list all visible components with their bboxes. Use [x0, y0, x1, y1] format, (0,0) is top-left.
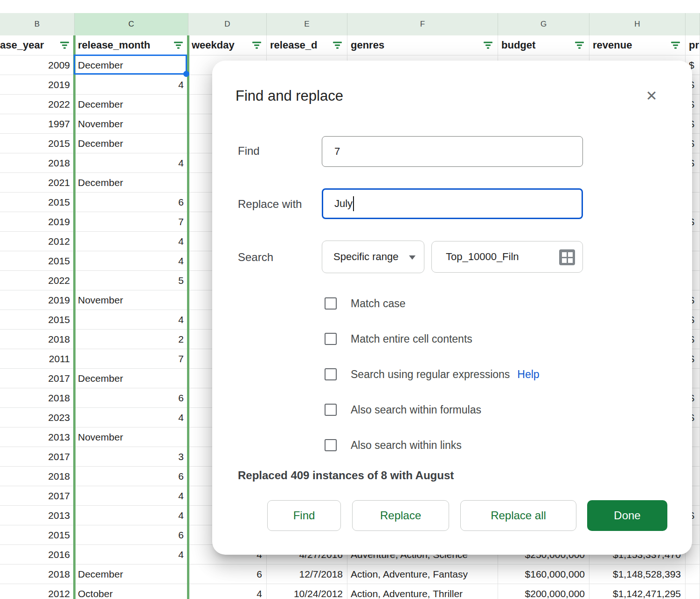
filter-icon[interactable] — [173, 42, 183, 49]
column-letter-G[interactable]: G — [498, 13, 589, 35]
cell-year[interactable]: 2015 — [0, 251, 75, 271]
cell-weekday[interactable]: 4 — [188, 584, 267, 599]
cell-year[interactable]: 2017 — [0, 486, 75, 506]
cell-year[interactable]: 2018 — [0, 565, 75, 584]
cell-year[interactable]: 2012 — [0, 584, 75, 599]
find-button[interactable]: Find — [267, 500, 341, 531]
help-link[interactable]: Help — [517, 368, 539, 381]
cell-year[interactable]: 2017 — [0, 369, 75, 388]
range-input[interactable]: Top_10000_Filn — [431, 241, 583, 273]
cell-revenue[interactable]: $1,148,528,393 — [589, 565, 686, 584]
column-letter-B[interactable]: B — [0, 13, 75, 35]
replace-button[interactable]: Replace — [352, 500, 449, 531]
column-letter-H[interactable]: H — [589, 13, 686, 35]
cell-year[interactable]: 2022 — [0, 95, 75, 114]
cell-year[interactable]: 2016 — [0, 545, 75, 565]
column-letter-D[interactable]: D — [188, 13, 267, 35]
cell-month[interactable]: 3 — [75, 447, 188, 467]
cell-year[interactable]: 2015 — [0, 310, 75, 330]
cell-year[interactable]: 2015 — [0, 134, 75, 153]
cell-year[interactable]: 2018 — [0, 467, 75, 486]
cell-weekday[interactable]: 6 — [188, 565, 267, 584]
cell-year[interactable]: 2018 — [0, 388, 75, 408]
cell-month[interactable]: 4 — [75, 232, 188, 251]
column-letter-C[interactable]: C — [75, 13, 188, 35]
cell-year[interactable]: 2019 — [0, 75, 75, 95]
regex-checkbox[interactable] — [325, 368, 337, 380]
replace-all-button[interactable]: Replace all — [460, 500, 576, 531]
cell-date[interactable]: 12/7/2018 — [267, 565, 347, 584]
cell-year[interactable]: 2021 — [0, 173, 75, 193]
cell-month[interactable]: 7 — [75, 349, 188, 369]
filter-icon[interactable] — [575, 42, 584, 49]
cell-profit[interactable] — [686, 584, 700, 599]
cell-year[interactable]: 2011 — [0, 349, 75, 369]
cell-profit[interactable] — [686, 565, 700, 584]
cell-budget[interactable]: $200,000,000 — [498, 584, 589, 599]
cell-month[interactable]: 4 — [75, 545, 188, 565]
cell-year[interactable]: 1997 — [0, 114, 75, 134]
column-letter-F[interactable]: F — [347, 13, 498, 35]
cell-month[interactable]: December — [75, 95, 188, 114]
done-button[interactable]: Done — [587, 500, 667, 531]
cell-month[interactable]: 6 — [75, 467, 188, 486]
header-cell-weekday[interactable]: weekday — [188, 35, 267, 55]
cell-month[interactable]: 4 — [75, 251, 188, 271]
cell-month[interactable]: December — [75, 565, 188, 584]
cell-month[interactable]: November — [75, 427, 188, 447]
cell-month[interactable]: 7 — [75, 212, 188, 232]
cell-year[interactable]: 2018 — [0, 153, 75, 173]
cell-month[interactable]: October — [75, 584, 188, 599]
cell-year[interactable]: 2019 — [0, 212, 75, 232]
search-links-checkbox[interactable] — [325, 439, 337, 451]
cell-year[interactable]: 2013 — [0, 506, 75, 525]
cell-genres[interactable]: Action, Adventure, Thriller — [347, 584, 498, 599]
filter-icon[interactable] — [333, 42, 342, 49]
header-cell-budget[interactable]: budget — [498, 35, 589, 55]
fill-handle[interactable] — [183, 71, 189, 77]
find-input[interactable]: 7 — [322, 136, 583, 167]
cell-month[interactable]: November — [75, 114, 188, 134]
cell-date[interactable]: 10/24/2012 — [267, 584, 347, 599]
cell-year[interactable]: 2013 — [0, 427, 75, 447]
cell-year[interactable]: 2022 — [0, 271, 75, 290]
search-scope-dropdown[interactable]: Specific range — [322, 241, 424, 273]
cell-month[interactable]: 4 — [75, 506, 188, 525]
cell-month[interactable]: 4 — [75, 153, 188, 173]
cell-month[interactable]: 4 — [75, 408, 188, 427]
close-icon[interactable]: ✕ — [641, 85, 662, 106]
header-cell-pr[interactable]: pr — [686, 35, 700, 55]
match-case-checkbox[interactable] — [325, 297, 337, 310]
filter-icon[interactable] — [671, 42, 680, 49]
cell-month[interactable]: 5 — [75, 271, 188, 290]
cell-month[interactable]: 6 — [75, 193, 188, 212]
cell-month[interactable]: November — [75, 290, 188, 310]
header-cell-revenue[interactable]: revenue — [589, 35, 686, 55]
cell-revenue[interactable]: $1,142,471,295 — [589, 584, 686, 599]
cell-year[interactable]: 2019 — [0, 290, 75, 310]
cell-month[interactable]: 6 — [75, 388, 188, 408]
cell-month[interactable]: 2 — [75, 330, 188, 349]
column-letter-E[interactable]: E — [267, 13, 347, 35]
cell-year[interactable]: 2018 — [0, 330, 75, 349]
cell-month[interactable]: 6 — [75, 525, 188, 545]
filter-icon[interactable] — [483, 42, 492, 49]
cell-year[interactable]: 2009 — [0, 55, 75, 75]
cell-month[interactable]: 4 — [75, 75, 188, 95]
replace-input[interactable]: July — [322, 188, 583, 219]
filter-icon[interactable] — [60, 42, 69, 49]
cell-year[interactable]: 2015 — [0, 525, 75, 545]
cell-year[interactable]: 2023 — [0, 408, 75, 427]
cell-year[interactable]: 2015 — [0, 193, 75, 212]
cell-month[interactable]: 4 — [75, 310, 188, 330]
match-entire-cell-checkbox[interactable] — [325, 333, 337, 345]
filter-icon[interactable] — [252, 42, 261, 49]
column-letter-partial[interactable] — [686, 13, 700, 35]
header-cell-genres[interactable]: genres — [347, 35, 498, 55]
cell-month[interactable]: December — [75, 369, 188, 388]
select-range-grid-icon[interactable] — [559, 249, 575, 265]
cell-budget[interactable]: $160,000,000 — [498, 565, 589, 584]
cell-year[interactable]: 2017 — [0, 447, 75, 467]
cell-month[interactable]: December — [75, 173, 188, 193]
search-formulas-checkbox[interactable] — [325, 404, 337, 416]
